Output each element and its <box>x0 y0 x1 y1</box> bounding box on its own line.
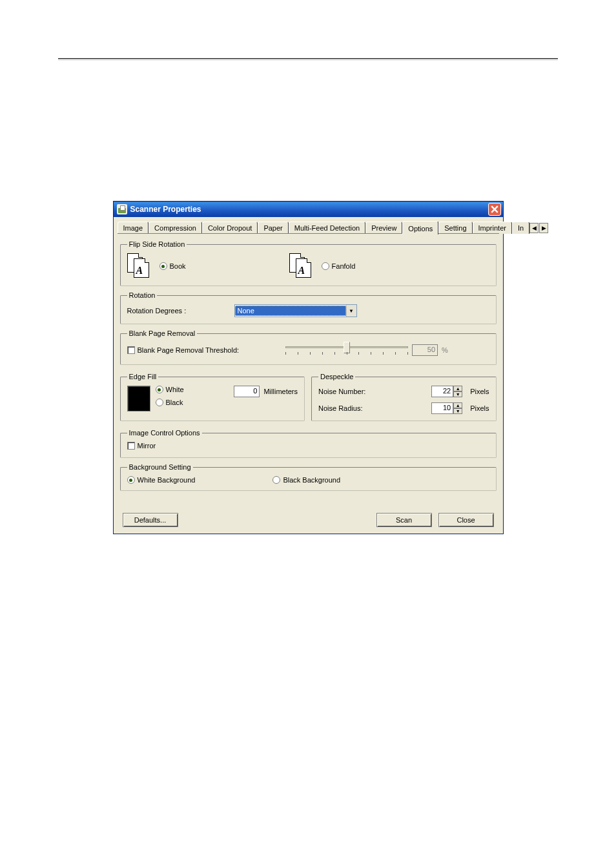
radio-fanfold-label: Fanfold <box>332 262 356 270</box>
spin-down-icon[interactable]: ▼ <box>453 391 462 397</box>
radio-bg-white-label: White Background <box>138 476 196 484</box>
radio-edge-white-label: White <box>166 386 184 393</box>
radio-edge-black-label: Black <box>166 399 183 406</box>
radio-fanfold[interactable]: Fanfold <box>322 262 356 270</box>
noise-number-label: Noise Number: <box>318 388 376 395</box>
tab-color-dropout[interactable]: Color Dropout <box>202 222 258 234</box>
noise-radius-value[interactable]: 10 <box>431 402 453 414</box>
radio-book[interactable]: Book <box>159 262 186 270</box>
rotation-degrees-label: Rotation Degrees : <box>127 307 231 315</box>
radio-edge-white[interactable]: White <box>156 386 184 393</box>
tab-compression[interactable]: Compression <box>149 222 202 234</box>
flip-side-rotation-legend: Flip Side Rotation <box>127 240 187 248</box>
scan-button[interactable]: Scan <box>376 513 432 527</box>
noise-number-value[interactable]: 22 <box>431 386 453 397</box>
noise-radius-label: Noise Radius: <box>318 404 376 412</box>
rotation-value: None <box>235 306 346 316</box>
flip-side-rotation-group: Flip Side Rotation A Book <box>120 240 497 286</box>
tab-scroll-left[interactable]: ◀ <box>529 223 539 233</box>
app-icon <box>117 204 127 214</box>
radio-edge-black[interactable]: Black <box>156 399 184 406</box>
tab-options[interactable]: Options <box>402 221 438 234</box>
blank-page-checkbox-label: Blank Page Removal Threshold: <box>138 346 240 354</box>
blank-page-checkbox[interactable]: Blank Page Removal Threshold: <box>127 346 240 354</box>
tabstrip: Image Compression Color Dropout Paper Mu… <box>114 217 503 234</box>
spin-up-icon[interactable]: ▲ <box>453 402 462 408</box>
radio-bg-black-label: Black Background <box>283 476 340 484</box>
blank-page-legend: Blank Page Removal <box>127 329 198 337</box>
noise-number-spinner[interactable]: 22 ▲▼ <box>431 386 462 397</box>
edge-fill-legend: Edge Fill <box>127 373 159 380</box>
dialog-buttons: Defaults... Scan Close <box>114 504 503 534</box>
noise-radius-spinner[interactable]: 10 ▲▼ <box>431 402 462 414</box>
tab-scroll: ◀ ▶ <box>529 223 548 234</box>
tab-paper[interactable]: Paper <box>258 222 288 234</box>
background-group: Background Setting White Background Blac… <box>120 463 497 491</box>
tab-image[interactable]: Image <box>118 222 149 234</box>
defaults-button[interactable]: Defaults... <box>123 513 178 527</box>
titlebar[interactable]: Scanner Properties <box>114 202 503 217</box>
rotation-select[interactable]: None ▼ <box>234 304 357 317</box>
edge-fill-group: Edge Fill White Black <box>120 373 305 421</box>
tab-setting[interactable]: Setting <box>438 222 472 234</box>
spin-down-icon[interactable]: ▼ <box>453 408 462 414</box>
rotation-legend: Rotation <box>127 291 158 299</box>
tab-scroll-right[interactable]: ▶ <box>539 223 548 233</box>
scanner-properties-dialog: Scanner Properties Image Compression Col… <box>113 201 504 534</box>
close-icon[interactable] <box>488 203 501 216</box>
edge-fill-unit: Millimeters <box>263 388 298 395</box>
rotation-group: Rotation Rotation Degrees : None ▼ <box>120 291 497 324</box>
page-divider <box>58 58 558 59</box>
despeckle-legend: Despeckle <box>318 373 355 380</box>
mirror-label: Mirror <box>138 442 156 450</box>
chevron-down-icon[interactable]: ▼ <box>346 305 356 317</box>
tab-preview[interactable]: Preview <box>365 222 402 234</box>
radio-book-label: Book <box>170 262 186 270</box>
book-icon: A <box>127 253 153 279</box>
image-control-legend: Image Control Options <box>127 429 202 437</box>
noise-radius-unit: Pixels <box>470 404 489 412</box>
blank-page-slider[interactable] <box>285 342 408 358</box>
blank-page-unit: % <box>442 346 448 354</box>
close-button[interactable]: Close <box>438 513 494 527</box>
tab-multi-feed[interactable]: Multi-Feed Detection <box>289 222 366 234</box>
background-legend: Background Setting <box>127 463 193 471</box>
tab-overflow[interactable]: In <box>512 222 529 234</box>
spin-up-icon[interactable]: ▲ <box>453 386 462 391</box>
mirror-checkbox[interactable]: Mirror <box>127 442 156 450</box>
edge-fill-swatch <box>127 386 150 411</box>
image-control-group: Image Control Options Mirror <box>120 429 497 458</box>
noise-number-unit: Pixels <box>470 388 489 395</box>
window-title: Scanner Properties <box>130 205 488 214</box>
fanfold-icon: A <box>289 253 315 279</box>
radio-bg-white[interactable]: White Background <box>127 476 196 484</box>
radio-bg-black[interactable]: Black Background <box>272 476 340 484</box>
despeckle-group: Despeckle Noise Number: 22 ▲▼ Pixels Noi… <box>311 373 497 421</box>
tab-imprinter[interactable]: Imprinter <box>473 222 512 234</box>
options-panel: Flip Side Rotation A Book <box>114 234 503 504</box>
blank-page-group: Blank Page Removal Blank Page Removal Th… <box>120 329 497 365</box>
blank-page-value: 50 <box>412 344 438 356</box>
edge-fill-value[interactable]: 0 <box>234 386 260 397</box>
